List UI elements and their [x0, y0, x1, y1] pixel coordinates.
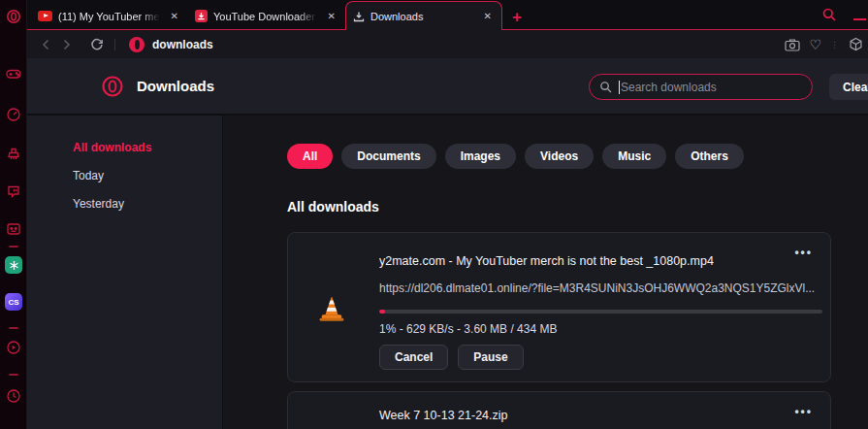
filter-all[interactable]: All	[287, 144, 333, 169]
downloads-content: All Documents Images Videos Music Others…	[223, 116, 868, 429]
filter-images[interactable]: Images	[445, 144, 516, 169]
tab-youtube-video[interactable]: (11) My YouTuber merch is ✕	[31, 3, 188, 29]
download-url: https://dl206.dlmate01.online/?file=M3R4…	[379, 281, 815, 295]
divider-dots: ⋮	[830, 40, 840, 50]
search-downloads-input[interactable]	[621, 81, 802, 94]
tab-title: Downloads	[370, 11, 475, 22]
rail-separator	[9, 374, 18, 376]
twitch-icon[interactable]	[6, 184, 21, 200]
close-icon[interactable]: ✕	[168, 10, 181, 22]
speedometer-icon[interactable]	[6, 107, 21, 122]
new-tab-button[interactable]: +	[512, 9, 522, 25]
progress-bar	[379, 310, 822, 314]
gx-sidebar-rail: CS	[0, 0, 27, 429]
downloads-header: Downloads Clear downloads	[27, 58, 868, 115]
filter-others[interactable]: Others	[675, 144, 744, 169]
download-card: ••• Week 7 10-13 21-24.zip	[287, 391, 831, 429]
filter-music[interactable]: Music	[602, 144, 666, 169]
tab-downloads[interactable]: Downloads ✕	[345, 1, 502, 30]
tab-youtube-downloader[interactable]: YouTube Downloader - Dow ✕	[188, 3, 345, 29]
cleaner-icon[interactable]	[6, 147, 21, 162]
pause-button[interactable]: Pause	[458, 345, 523, 370]
rail-separator	[9, 246, 18, 248]
close-icon[interactable]: ✕	[481, 10, 495, 22]
download-card: ••• y2mate.com - My YouTuber merch is no…	[287, 232, 831, 382]
discord-icon[interactable]	[6, 221, 21, 237]
close-icon[interactable]: ✕	[325, 10, 338, 22]
browser-search-icon[interactable]	[821, 7, 837, 22]
download-status: 1% - 629 KB/s - 3.60 MB / 434 MB	[379, 322, 557, 336]
reload-button[interactable]	[83, 38, 111, 51]
vlc-cone-icon	[317, 295, 346, 322]
url-text[interactable]: downloads	[152, 38, 213, 51]
page-title: Downloads	[137, 78, 214, 94]
cs-badge-icon[interactable]: CS	[5, 293, 22, 311]
filter-videos[interactable]: Videos	[525, 144, 594, 169]
chatgpt-icon[interactable]	[5, 256, 22, 274]
opera-gx-logo-icon[interactable]	[6, 9, 21, 24]
forward-button[interactable]	[56, 39, 78, 50]
divider	[114, 39, 115, 50]
section-title: All downloads	[287, 199, 379, 214]
cancel-button[interactable]: Cancel	[379, 345, 448, 370]
progress-fill	[379, 310, 385, 314]
play-circle-icon[interactable]	[6, 340, 21, 355]
search-downloads-box	[589, 74, 813, 100]
address-bar: downloads ♡ ⋮	[27, 29, 868, 58]
tab-title: YouTube Downloader - Dow	[213, 11, 319, 22]
history-clock-icon[interactable]	[6, 388, 21, 404]
download-title: y2mate.com - My YouTuber merch is not th…	[379, 254, 714, 268]
opera-badge-icon[interactable]	[129, 37, 145, 52]
opera-gx-page-logo-icon	[101, 75, 124, 98]
nav-item-today[interactable]: Today	[73, 169, 222, 182]
back-button[interactable]	[35, 39, 56, 50]
download-title: Week 7 10-13 21-24.zip	[379, 409, 508, 422]
item-menu-button[interactable]: •••	[794, 406, 813, 417]
downloads-nav-panel: All downloads Today Yesterday	[27, 116, 223, 429]
page-body: All downloads Today Yesterday All Docume…	[27, 116, 868, 429]
nav-item-yesterday[interactable]: Yesterday	[73, 197, 222, 211]
heart-icon[interactable]: ♡	[809, 38, 821, 51]
search-icon	[599, 81, 612, 93]
text-caret	[619, 81, 620, 94]
filter-documents[interactable]: Documents	[341, 144, 435, 169]
tab-title: (11) My YouTuber merch is	[58, 11, 162, 22]
clear-downloads-button[interactable]: Clear downloads	[829, 74, 868, 100]
filter-pills: All Documents Images Videos Music Others	[287, 144, 744, 169]
download-tray-icon	[353, 11, 365, 22]
snapshot-camera-icon[interactable]	[785, 38, 800, 51]
extensions-cube-icon[interactable]	[849, 37, 863, 51]
rail-separator	[9, 327, 18, 329]
tab-strip: (11) My YouTuber merch is ✕ YouTube Down…	[27, 0, 868, 29]
nav-item-all-downloads[interactable]: All downloads	[73, 141, 222, 154]
youtube-icon	[38, 11, 52, 21]
minimize-button[interactable]	[853, 18, 866, 20]
item-menu-button[interactable]: •••	[794, 247, 813, 258]
downloader-icon	[195, 10, 208, 22]
gamepad-icon[interactable]	[6, 66, 21, 82]
